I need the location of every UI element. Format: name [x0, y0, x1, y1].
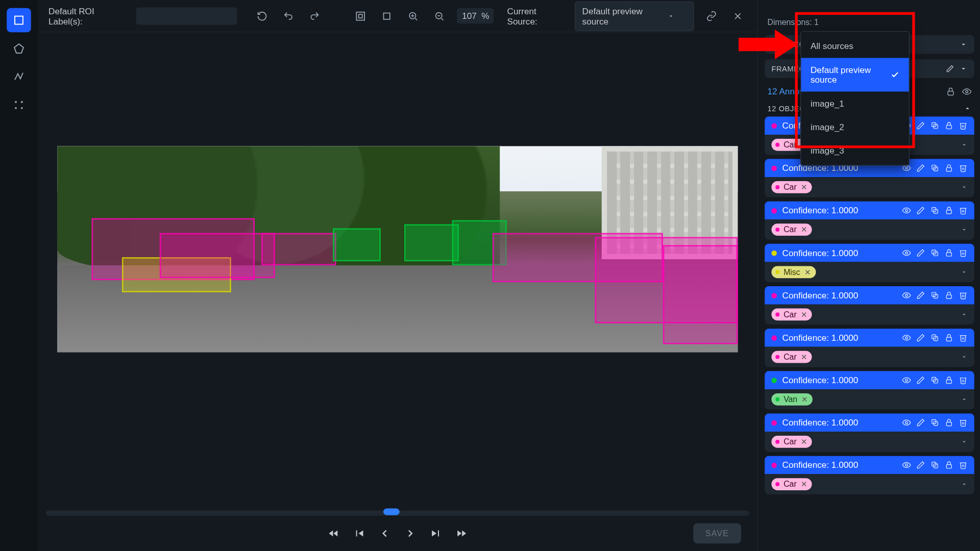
- source-select[interactable]: Default preview source: [575, 1, 694, 31]
- dropdown-item[interactable]: image_2: [801, 115, 909, 139]
- save-button[interactable]: SAVE: [693, 523, 741, 544]
- tag-remove-icon[interactable]: ✕: [801, 226, 807, 234]
- undo-icon[interactable]: [279, 7, 298, 26]
- lock-icon[interactable]: [946, 87, 955, 96]
- trash-icon[interactable]: [959, 206, 967, 215]
- bbox[interactable]: [404, 224, 459, 262]
- edit-icon[interactable]: [916, 248, 925, 257]
- tag-pill[interactable]: Car✕: [771, 181, 812, 193]
- redo-icon[interactable]: [306, 7, 324, 26]
- bbox[interactable]: [159, 233, 275, 278]
- tool-polyline[interactable]: [7, 65, 31, 89]
- copy-icon[interactable]: [930, 418, 939, 427]
- undo-history-icon[interactable]: [253, 7, 272, 26]
- trash-icon[interactable]: [959, 248, 967, 257]
- edit-icon[interactable]: [916, 376, 925, 385]
- eye-icon[interactable]: [902, 418, 911, 427]
- tag-pill[interactable]: Van✕: [771, 393, 813, 406]
- zoom-in-icon[interactable]: [404, 7, 423, 26]
- copy-icon[interactable]: [930, 333, 939, 342]
- trash-icon[interactable]: [959, 164, 967, 172]
- object-header[interactable]: Confidence: 1.0000: [765, 202, 974, 220]
- dropdown-item[interactable]: Default preview source: [801, 58, 909, 92]
- tag-pill[interactable]: Car✕: [771, 223, 812, 236]
- lock-icon[interactable]: [945, 291, 953, 299]
- chevron-down-icon[interactable]: [961, 438, 967, 445]
- zoom-out-icon[interactable]: [430, 7, 449, 26]
- edit-icon[interactable]: [916, 164, 925, 172]
- tag-remove-icon[interactable]: ✕: [804, 268, 811, 277]
- bbox[interactable]: [261, 233, 336, 266]
- dropdown-item[interactable]: image_3: [801, 139, 909, 162]
- tag-pill[interactable]: Car✕: [771, 436, 812, 448]
- eye-icon[interactable]: [902, 248, 911, 257]
- prev-icon[interactable]: [379, 528, 391, 540]
- edit-icon[interactable]: [916, 206, 925, 215]
- edit-icon[interactable]: [916, 333, 925, 342]
- edit-icon[interactable]: [916, 121, 925, 130]
- copy-icon[interactable]: [930, 461, 939, 469]
- object-header[interactable]: Confidence: 1.0000: [765, 413, 974, 432]
- tag-remove-icon[interactable]: ✕: [801, 310, 807, 319]
- rewind-fast-icon[interactable]: [328, 528, 340, 540]
- lock-icon[interactable]: [945, 164, 953, 172]
- object-header[interactable]: Confidence: 1.0000: [765, 456, 974, 474]
- lock-icon[interactable]: [945, 418, 953, 427]
- tag-pill[interactable]: Misc✕: [771, 266, 816, 278]
- lock-icon[interactable]: [945, 376, 953, 385]
- trash-icon[interactable]: [959, 291, 967, 299]
- dropdown-item[interactable]: All sources: [801, 34, 909, 58]
- edit-icon[interactable]: [916, 461, 925, 469]
- chevron-down-icon[interactable]: [961, 269, 967, 276]
- chevron-down-icon[interactable]: [961, 227, 967, 233]
- tag-pill[interactable]: Car✕: [771, 478, 812, 490]
- tool-keypoints[interactable]: [7, 93, 31, 117]
- lock-icon[interactable]: [945, 248, 953, 257]
- eye-icon[interactable]: [962, 87, 971, 96]
- trash-icon[interactable]: [959, 333, 967, 342]
- tag-remove-icon[interactable]: ✕: [801, 437, 807, 446]
- trash-icon[interactable]: [959, 461, 967, 469]
- chevron-down-icon[interactable]: [961, 184, 967, 190]
- chevron-down-icon[interactable]: [961, 481, 967, 487]
- tag-pill[interactable]: Car✕: [771, 351, 812, 363]
- copy-icon[interactable]: [930, 376, 939, 385]
- lock-icon[interactable]: [945, 461, 953, 469]
- chevron-down-icon[interactable]: [961, 311, 967, 318]
- object-header[interactable]: Confidence: 1.0000: [765, 371, 974, 389]
- copy-icon[interactable]: [930, 164, 939, 172]
- timeline[interactable]: [46, 511, 749, 516]
- chevron-down-icon[interactable]: [961, 141, 967, 148]
- bbox[interactable]: [333, 229, 380, 262]
- bbox[interactable]: [663, 245, 738, 344]
- eye-icon[interactable]: [902, 376, 911, 385]
- trash-icon[interactable]: [959, 418, 967, 427]
- edit-icon[interactable]: [916, 291, 925, 299]
- actual-size-icon[interactable]: [378, 7, 396, 26]
- eye-icon[interactable]: [902, 461, 911, 469]
- zoom-value[interactable]: 107 %: [457, 8, 494, 23]
- next-icon[interactable]: [404, 528, 416, 540]
- trash-icon[interactable]: [959, 121, 967, 130]
- next-frame-icon[interactable]: [430, 528, 442, 540]
- tag-remove-icon[interactable]: ✕: [801, 480, 807, 489]
- timeline-thumb[interactable]: [383, 509, 400, 515]
- edit-icon[interactable]: [916, 418, 925, 427]
- object-header[interactable]: Confidence: 1.0000: [765, 286, 974, 305]
- lock-icon[interactable]: [945, 206, 953, 215]
- eye-icon[interactable]: [902, 291, 911, 299]
- tag-remove-icon[interactable]: ✕: [801, 395, 807, 404]
- tag-remove-icon[interactable]: ✕: [801, 353, 807, 361]
- canvas[interactable]: [38, 32, 757, 506]
- eye-icon[interactable]: [902, 333, 911, 342]
- object-header[interactable]: Confidence: 1.0000: [765, 329, 974, 347]
- copy-icon[interactable]: [930, 248, 939, 257]
- tag-remove-icon[interactable]: ✕: [801, 183, 807, 191]
- copy-icon[interactable]: [930, 206, 939, 215]
- lock-icon[interactable]: [945, 121, 953, 130]
- edit-icon[interactable]: [946, 65, 954, 73]
- object-header[interactable]: Confidence: 1.0000: [765, 244, 974, 262]
- copy-icon[interactable]: [930, 291, 939, 299]
- tool-polygon[interactable]: [7, 36, 31, 61]
- chevron-down-icon[interactable]: [961, 354, 967, 360]
